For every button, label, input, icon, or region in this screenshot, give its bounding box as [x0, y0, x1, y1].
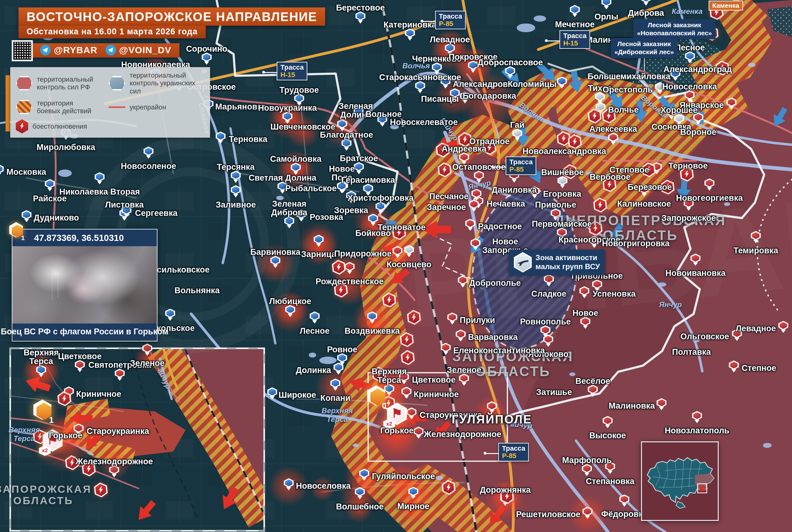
photo-location-marker: 1: [42, 410, 60, 431]
place-label: Гуляйпольское: [372, 472, 435, 481]
place-label: Воздвижевка: [345, 327, 400, 335]
clash-icon: [587, 108, 602, 124]
river-label: Янчур: [659, 300, 682, 309]
settlement-pin: [641, 0, 651, 6]
place-label: Николаевка Вторая: [59, 187, 140, 196]
settlement-pin: [487, 401, 497, 414]
place-label: Копани: [320, 394, 350, 402]
place-label: Новоалександровка: [523, 147, 606, 156]
photo-location-marker: 1: [376, 396, 394, 416]
place-label: Берестовое: [336, 3, 385, 12]
legend-item-combat-zone: территория боевых действий: [16, 99, 109, 115]
settlement-pin: [267, 387, 277, 400]
place-label: Диброва: [628, 9, 664, 17]
settlement-pin: [359, 469, 369, 481]
place-label: Вербовое: [590, 173, 630, 181]
place-label: Братское: [340, 154, 378, 163]
place-label: Новогригоровка: [602, 239, 670, 248]
settlement-pin: [601, 0, 611, 10]
photo-number: 1: [21, 234, 25, 242]
place-label: Первомайское: [532, 220, 592, 228]
place-label: Терновое: [668, 162, 708, 170]
forest-reserve-label: Лесной заказник«Новопавловский лес»: [633, 19, 716, 39]
settlement-pin: [441, 343, 451, 355]
place-label: Новое: [572, 309, 598, 317]
place-label: Вишнёвое: [541, 168, 584, 177]
settlement-pin: [657, 398, 666, 411]
place-label: Волшебное: [336, 502, 384, 511]
place-label: Райское: [33, 194, 67, 203]
photo-coordinates: 47.873369, 36.510310: [34, 233, 124, 243]
river-label: Верхняя Терса: [9, 425, 40, 443]
settlement-pin: [22, 210, 32, 222]
photo-inset: 1 47.873369, 36.510310 Боец ВС РФ с флаг…: [12, 229, 157, 341]
settlement-pin: [407, 407, 416, 420]
settlement-pin: [727, 97, 736, 110]
place-label: Богодаровка: [463, 92, 516, 100]
place-label: Бойково: [356, 229, 391, 238]
place-label: Песчаное: [429, 192, 469, 201]
telegram-channel-voin-dv[interactable]: @VOIN_DV: [106, 45, 171, 55]
place-label: Любицкое: [269, 297, 311, 306]
place-label: Приволье: [535, 201, 576, 209]
place-label: Орлы: [594, 12, 618, 21]
settlement-pin: [144, 147, 153, 159]
settlement-pin: [557, 76, 567, 89]
legend-item-ru-control: территориальный контроль сил РФ: [16, 72, 109, 95]
settlement-pin: [215, 131, 226, 144]
place-label: Миролюбовка: [37, 143, 95, 152]
place-label: Горькое: [380, 426, 414, 435]
settlement-pin: [778, 321, 788, 333]
telegram-channel-rybar[interactable]: @RYBAR: [40, 45, 97, 55]
place-label: Калиновское: [617, 200, 671, 208]
place-label: Хорошее: [661, 106, 698, 114]
place-label: Ровное: [327, 345, 357, 354]
settlement-pin: [685, 51, 695, 64]
settlement-pin: [458, 275, 468, 288]
settlement-pin: [75, 360, 85, 373]
place-label: Березовое: [628, 183, 672, 191]
place-label: Варваровка: [468, 333, 517, 341]
settlement-pin: [393, 246, 402, 258]
place-label: Шевченковское: [270, 122, 335, 131]
road-sign: ТрассаР-85: [506, 156, 536, 175]
place-label: Марфополь: [562, 456, 611, 464]
clash-icon: [332, 259, 346, 275]
title-banner: ВОСТОЧНО-ЗАПОРОЖСКОЕ НАПРАВЛЕНИЕ Обстано…: [19, 7, 325, 38]
place-label: Весёлое: [576, 377, 610, 385]
settlement-pin: [314, 235, 324, 247]
place-label: Железнодорожное: [424, 430, 501, 439]
settlement-pin: [583, 507, 592, 519]
place-label: Листовка: [105, 201, 144, 209]
place-label: Даниловка: [492, 186, 537, 194]
settlement-pin: [345, 262, 355, 274]
place-label: Алексеевка: [589, 125, 637, 133]
settlement-pin: [202, 53, 212, 65]
legend-label: укрепрайон: [130, 103, 166, 111]
place-label: Новоивановка: [665, 269, 726, 278]
road-number: Р-85: [439, 20, 462, 27]
region-label: ЗАПОРОЖСКАЯ ОБЛАСТЬ: [0, 483, 92, 507]
settlement-pin: [580, 286, 589, 299]
photo-caption-bar: Боец ВС РФ с флагом России в Горьком: [12, 324, 157, 340]
clash-icon: [382, 292, 397, 308]
city-label: ГУЛЯЙПОЛЕ: [452, 413, 532, 426]
place-label: Самойловка: [270, 155, 321, 163]
settlement-pin: [355, 487, 365, 499]
place-label: Запорожское: [661, 214, 716, 222]
river-label: Каменка: [672, 7, 703, 16]
settlement-pin: [415, 81, 425, 93]
place-label: Сорочино: [186, 44, 227, 53]
settlement-pin: [285, 305, 295, 317]
place-label: Ольговское: [680, 332, 729, 341]
place-label: Дудниково: [34, 213, 79, 222]
photo-inset-header: 1 47.873369, 36.510310: [12, 229, 157, 246]
place-label: Егоровка: [543, 190, 581, 198]
telegram-bar: @RYBAR @VOIN_DV: [32, 43, 180, 58]
place-label: Нечаевка: [487, 200, 525, 208]
map-legend: территориальный контроль сил РФ территор…: [10, 67, 210, 138]
place-label: Сергеевка: [135, 209, 177, 217]
vsu-line2: малых групп ВСУ: [535, 262, 600, 271]
legend-label: боестолкновения: [33, 122, 87, 130]
telegram-icon: [106, 45, 116, 55]
